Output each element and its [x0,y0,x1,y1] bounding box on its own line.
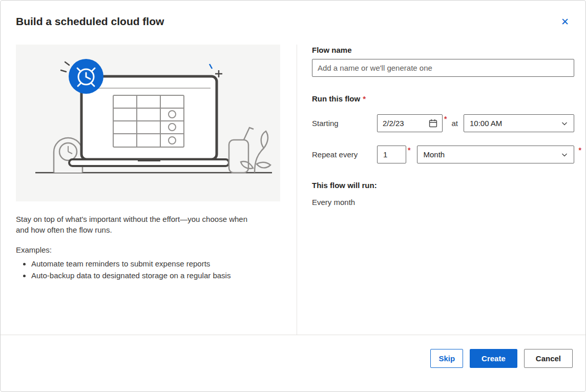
close-icon: ✕ [561,16,569,27]
cancel-button[interactable]: Cancel [524,349,573,368]
illustration-graphic [16,45,280,201]
run-this-flow-text: Run this flow [312,94,360,103]
plant-and-cup-icon [229,128,270,173]
at-label: at [451,119,458,128]
starting-label: Starting [312,119,377,128]
description-text: Stay on top of what's important without … [16,214,257,235]
example-item: Auto-backup data to designated storage o… [31,270,236,281]
repeat-unit-select[interactable]: Month [417,146,574,163]
scheduled-flow-illustration [16,45,280,201]
dialog-title: Build a scheduled cloud flow [16,15,164,28]
footer-divider [1,335,585,335]
repeat-unit-value: Month [423,150,445,159]
skip-button[interactable]: Skip [430,349,463,368]
scheduled-flow-dialog: Build a scheduled cloud flow ✕ [0,0,586,392]
start-time-value: 10:00 AM [470,119,502,128]
repeat-interval-input[interactable] [377,146,406,163]
chevron-down-icon [561,120,568,127]
motion-lines-icon [61,62,69,72]
required-asterisk: * [444,115,447,123]
create-button[interactable]: Create [470,349,517,368]
examples-list: Automate team reminders to submit expens… [16,258,236,281]
flow-name-input[interactable] [312,59,574,77]
summary-text: Every month [312,198,574,207]
example-item: Automate team reminders to submit expens… [31,258,236,269]
start-date-input[interactable] [378,119,418,128]
footer-buttons: Skip Create Cancel [430,349,573,368]
repeat-every-label: Repeat every [312,150,377,159]
flow-name-label: Flow name [312,46,574,54]
start-date-field[interactable] [377,114,443,132]
start-time-select[interactable]: 10:00 AM [464,114,574,132]
alarm-clock-icon [61,59,103,94]
vertical-divider [297,45,297,335]
calendar-icon[interactable] [429,119,437,128]
required-asterisk: * [579,146,581,154]
left-pane: Stay on top of what's important without … [16,45,280,282]
summary-heading: This flow will run: [312,181,574,190]
flow-form: Flow name Run this flow* Starting * [312,46,574,207]
required-asterisk: * [408,146,410,154]
examples-heading: Examples: [16,245,280,254]
run-this-flow-label: Run this flow* [312,94,574,103]
starting-row: Starting * at 10:00 AM [312,114,574,132]
repeat-row: Repeat every * Month * [312,146,574,163]
close-button[interactable]: ✕ [557,14,573,30]
chevron-down-icon [561,151,568,158]
required-asterisk: * [363,94,366,103]
